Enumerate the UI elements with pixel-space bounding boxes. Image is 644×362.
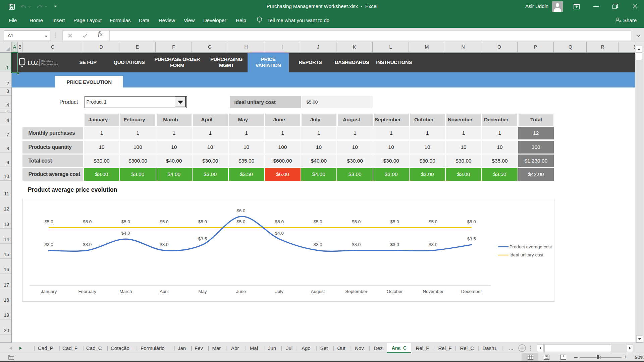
svg-text:$5.0: $5.0 bbox=[352, 219, 361, 224]
svg-text:$3.0: $3.0 bbox=[83, 242, 92, 247]
svg-text:$5.0: $5.0 bbox=[467, 219, 476, 224]
svg-text:August: August bbox=[311, 289, 325, 294]
svg-text:September: September bbox=[345, 289, 367, 294]
svg-text:$5.0: $5.0 bbox=[44, 219, 53, 224]
svg-text:$3.0: $3.0 bbox=[160, 242, 168, 247]
svg-text:$5.0: $5.0 bbox=[83, 219, 92, 224]
svg-text:November: November bbox=[423, 289, 443, 294]
svg-text:$6.0: $6.0 bbox=[236, 208, 245, 213]
svg-text:$5.0: $5.0 bbox=[198, 219, 207, 224]
svg-text:$3.0: $3.0 bbox=[352, 242, 361, 247]
svg-text:July: July bbox=[275, 289, 283, 294]
svg-text:December: December bbox=[461, 289, 482, 294]
svg-text:March: March bbox=[119, 289, 132, 294]
svg-text:Ideal unitary cost: Ideal unitary cost bbox=[509, 252, 543, 257]
svg-text:Product average cost: Product average cost bbox=[509, 244, 552, 249]
svg-text:$5.0: $5.0 bbox=[429, 219, 437, 224]
svg-text:October: October bbox=[386, 289, 402, 294]
svg-text:February: February bbox=[78, 289, 96, 294]
svg-text:$5.0: $5.0 bbox=[390, 219, 399, 224]
svg-text:$5.0: $5.0 bbox=[275, 219, 283, 224]
svg-text:$4.0: $4.0 bbox=[121, 231, 130, 236]
svg-text:$3.5: $3.5 bbox=[467, 236, 476, 241]
svg-text:$5.0: $5.0 bbox=[313, 219, 322, 224]
svg-text:$5.0: $5.0 bbox=[121, 219, 130, 224]
svg-text:$4.0: $4.0 bbox=[275, 231, 283, 236]
svg-text:January: January bbox=[41, 289, 57, 294]
svg-text:$3.0: $3.0 bbox=[313, 242, 322, 247]
svg-text:$3.0: $3.0 bbox=[390, 242, 399, 247]
svg-text:$5.0: $5.0 bbox=[236, 219, 245, 224]
svg-text:June: June bbox=[236, 289, 246, 294]
svg-text:$3.5: $3.5 bbox=[198, 236, 207, 241]
svg-text:May: May bbox=[198, 289, 207, 294]
svg-text:$3.0: $3.0 bbox=[429, 242, 437, 247]
svg-text:April: April bbox=[159, 289, 168, 294]
svg-text:$5.0: $5.0 bbox=[160, 219, 168, 224]
svg-text:$3.0: $3.0 bbox=[44, 242, 53, 247]
